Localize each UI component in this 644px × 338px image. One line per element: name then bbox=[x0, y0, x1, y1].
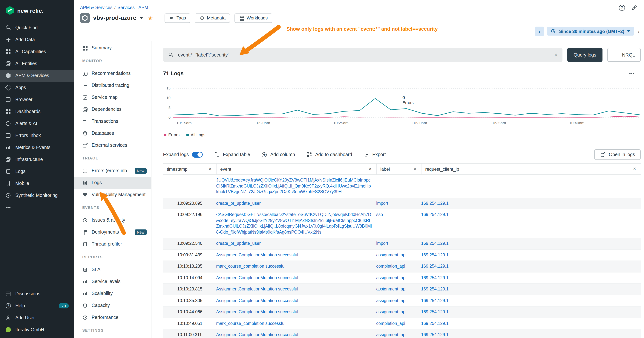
subnav-item-errors-errors-inb[interactable]: Errors (errors inb...New bbox=[74, 165, 151, 177]
ip-link[interactable]: 169.254.129.1 bbox=[421, 212, 448, 217]
subnav-item-vulnerability-management[interactable]: Vulnerability Management bbox=[74, 189, 151, 201]
label-link[interactable]: completion_api bbox=[376, 321, 405, 325]
time-forward-button[interactable]: › bbox=[637, 28, 640, 34]
table-row[interactable]: 10:10:49.051mark_course_completion succe… bbox=[163, 318, 641, 329]
table-row[interactable]: 10:10:23.815AssignmentCompletionMutation… bbox=[163, 284, 641, 295]
label-link[interactable]: import bbox=[376, 241, 388, 245]
legend-item-all-logs[interactable]: All Logs bbox=[186, 133, 205, 137]
ip-link[interactable]: 169.254.129.1 bbox=[421, 252, 448, 257]
event-link[interactable]: AssignmentCompletionMutation successful bbox=[216, 298, 298, 303]
subnav-item-distributed-tracing[interactable]: Distributed tracing bbox=[74, 79, 151, 91]
subnav-item-dependencies[interactable]: Dependencies bbox=[74, 103, 151, 115]
more-options-icon[interactable] bbox=[629, 70, 635, 76]
entity-name[interactable]: vbv-prod-azure bbox=[93, 15, 136, 21]
nrql-button[interactable]: NRQL bbox=[608, 48, 641, 62]
table-row[interactable]: 10:10:44.066AssignmentCompletionMutation… bbox=[163, 306, 641, 318]
breadcrumb-link[interactable]: Services - APM bbox=[118, 5, 148, 10]
event-link[interactable]: AssignmentCompletionMutation successful bbox=[216, 275, 298, 280]
expand-table-button[interactable]: Expand table bbox=[214, 152, 250, 158]
sidebar-item-apps[interactable]: Apps bbox=[0, 82, 74, 94]
table-row[interactable]: 10:10:35.305AssignmentCompletionMutation… bbox=[163, 295, 641, 306]
remove-column-icon[interactable] bbox=[633, 166, 636, 172]
ip-link[interactable]: 169.254.129.1 bbox=[421, 332, 448, 337]
subnav-item-summary[interactable]: Summary bbox=[74, 42, 151, 54]
ip-link[interactable]: 169.254.129.1 bbox=[421, 201, 448, 205]
sidebar-item-help[interactable]: Help70 bbox=[0, 300, 74, 312]
sidebar-item-add-user[interactable]: Add User bbox=[0, 312, 74, 324]
sidebar-item-apm-services[interactable]: APM & Services bbox=[0, 70, 74, 82]
subnav-item-service-map[interactable]: Service map bbox=[74, 91, 151, 103]
ip-link[interactable]: 169.254.129.1 bbox=[421, 321, 448, 325]
remove-column-icon[interactable] bbox=[368, 166, 372, 172]
sidebar-item-all-entities[interactable]: All Entities bbox=[0, 58, 74, 70]
event-link[interactable]: AssignmentCompletionMutation successful bbox=[216, 252, 298, 257]
event-link[interactable]: mark_course_completion successful bbox=[216, 264, 286, 268]
open-in-logs-button[interactable]: Open in logs bbox=[594, 149, 641, 160]
label-link[interactable]: assignment_api bbox=[376, 309, 406, 314]
time-back-button[interactable]: ‹ bbox=[535, 27, 544, 36]
ip-link[interactable]: 169.254.129.1 bbox=[421, 275, 448, 280]
expand-logs-toggle[interactable]: Expand logs bbox=[163, 152, 203, 158]
add-column-button[interactable]: Add column bbox=[262, 152, 295, 158]
table-row[interactable]: 10:10:14.094AssignmentCompletionMutation… bbox=[163, 272, 641, 284]
clear-search-icon[interactable] bbox=[554, 52, 558, 58]
search-input[interactable] bbox=[177, 52, 551, 58]
sidebar-item-logs[interactable]: Logs bbox=[0, 165, 74, 177]
sidebar-item-metrics-events[interactable]: Metrics & Events bbox=[0, 142, 74, 153]
sidebar-item-iterativ-gmbh[interactable]: Iterativ GmbH bbox=[0, 324, 74, 336]
subnav-item-transactions[interactable]: Transactions bbox=[74, 115, 151, 127]
event-link[interactable]: AssignmentCompletionMutation successful bbox=[216, 332, 298, 337]
subnav-item-issues-activity[interactable]: Issues & activity bbox=[74, 214, 151, 226]
event-link[interactable]: JUQVU&code=eyJraWQiOiJjcGltY29yZV8wOTI1M… bbox=[216, 178, 371, 194]
table-row[interactable]: 10:11:00.311AssignmentCompletionMutation… bbox=[163, 329, 641, 338]
subnav-item-sla[interactable]: SLA bbox=[74, 263, 151, 275]
ip-link[interactable]: 169.254.129.1 bbox=[421, 264, 448, 268]
subnav-item-scalability[interactable]: Scalability bbox=[74, 287, 151, 299]
new-relic-logo[interactable]: new relic. bbox=[0, 0, 74, 19]
sidebar-item-discussions[interactable]: Discussions bbox=[0, 288, 74, 300]
help-icon[interactable] bbox=[618, 5, 625, 11]
query-logs-button[interactable]: Query logs bbox=[567, 48, 603, 62]
favorite-star-icon[interactable]: ★ bbox=[148, 15, 153, 22]
label-link[interactable]: assignment_api bbox=[376, 287, 406, 291]
time-picker[interactable]: Since 30 minutes ago (GMT+2) bbox=[547, 27, 634, 36]
ip-link[interactable]: 169.254.129.1 bbox=[421, 309, 448, 314]
event-link[interactable]: mark_course_completion successful bbox=[216, 321, 286, 325]
table-row[interactable]: 10:09:22.196<ASGIRequest: GET '/sso/call… bbox=[163, 209, 641, 238]
sidebar-item-add-data[interactable]: Add Data bbox=[0, 34, 74, 46]
ip-link[interactable]: 169.254.129.1 bbox=[421, 241, 448, 245]
legend-item-errors[interactable]: Errors bbox=[164, 133, 180, 137]
event-link[interactable]: create_or_update_user bbox=[216, 241, 261, 245]
label-link[interactable]: assignment_api bbox=[376, 298, 406, 303]
table-row[interactable]: 10:09:22.540create_or_update_userimport1… bbox=[163, 238, 641, 249]
ip-link[interactable]: 169.254.129.1 bbox=[421, 298, 448, 303]
sidebar-item-dashboards[interactable]: Dashboards bbox=[0, 106, 74, 118]
subnav-item-logs[interactable]: Logs bbox=[74, 177, 151, 189]
subnav-item-deployments[interactable]: DeploymentsNew bbox=[74, 226, 151, 238]
label-link[interactable]: assignment_api bbox=[376, 275, 406, 280]
event-link[interactable]: AssignmentCompletionMutation successful bbox=[216, 309, 298, 314]
table-row[interactable]: JUQVU&code=eyJraWQiOiJjcGltY29yZV8wOTI1M… bbox=[163, 175, 641, 198]
sidebar-item-infrastructure[interactable]: Infrastructure bbox=[0, 153, 74, 165]
toggle-on-icon[interactable] bbox=[192, 152, 203, 158]
permalink-icon[interactable] bbox=[631, 5, 638, 11]
sidebar-item-errors-inbox[interactable]: Errors Inbox bbox=[0, 130, 74, 142]
ip-link[interactable]: 169.254.129.1 bbox=[421, 287, 448, 291]
label-link[interactable]: import bbox=[376, 201, 388, 205]
add-to-dashboard-button[interactable]: Add to dashboard bbox=[306, 152, 352, 158]
remove-column-icon[interactable] bbox=[414, 166, 416, 172]
subnav-item-recommendations[interactable]: Recommendations bbox=[74, 67, 151, 79]
event-link[interactable]: create_or_update_user bbox=[216, 201, 261, 205]
table-row[interactable]: 10:09:20.895create_or_update_userimport1… bbox=[163, 198, 641, 209]
entity-dropdown-icon[interactable] bbox=[140, 17, 143, 21]
sidebar-item-alerts-ai[interactable]: Alerts & AI bbox=[0, 118, 74, 130]
sidebar-item-browser[interactable]: Browser bbox=[0, 94, 74, 106]
pill-workloads[interactable]: Workloads bbox=[235, 13, 272, 23]
breadcrumb-link[interactable]: APM & Services bbox=[80, 5, 112, 10]
sidebar-item-mobile[interactable]: Mobile bbox=[0, 177, 74, 189]
sidebar-item-synthetic-monitoring[interactable]: Synthetic Monitoring bbox=[0, 189, 74, 201]
subnav-item-performance[interactable]: Performance bbox=[74, 311, 151, 323]
label-link[interactable]: assignment_api bbox=[376, 332, 406, 337]
logs-search-bar[interactable] bbox=[163, 48, 562, 62]
label-link[interactable]: completion_api bbox=[376, 264, 405, 268]
